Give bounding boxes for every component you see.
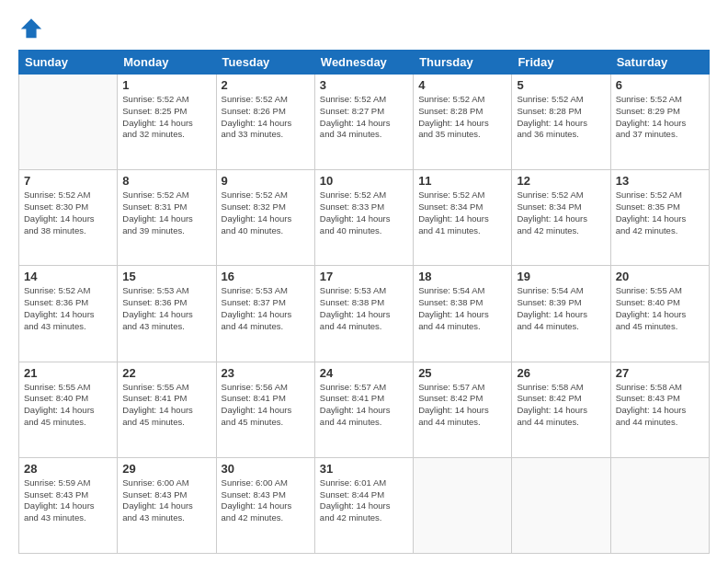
day-cell: 22Sunrise: 5:55 AM Sunset: 8:41 PM Dayli… bbox=[118, 362, 216, 457]
day-number: 12 bbox=[517, 174, 605, 188]
day-info: Sunrise: 5:52 AM Sunset: 8:35 PM Dayligh… bbox=[616, 190, 704, 236]
day-info: Sunrise: 5:52 AM Sunset: 8:36 PM Dayligh… bbox=[24, 285, 112, 332]
day-info: Sunrise: 5:53 AM Sunset: 8:36 PM Dayligh… bbox=[122, 285, 210, 332]
day-number: 25 bbox=[418, 366, 506, 380]
page: SundayMondayTuesdayWednesdayThursdayFrid… bbox=[0, 0, 728, 563]
day-cell: 1Sunrise: 5:52 AM Sunset: 8:25 PM Daylig… bbox=[118, 75, 216, 170]
day-cell: 3Sunrise: 5:52 AM Sunset: 8:27 PM Daylig… bbox=[314, 75, 413, 170]
day-info: Sunrise: 6:01 AM Sunset: 8:44 PM Dayligh… bbox=[320, 477, 408, 524]
day-info: Sunrise: 5:57 AM Sunset: 8:42 PM Dayligh… bbox=[418, 382, 506, 429]
day-number: 4 bbox=[418, 78, 506, 92]
day-number: 31 bbox=[320, 462, 408, 476]
day-cell: 2Sunrise: 5:52 AM Sunset: 8:26 PM Daylig… bbox=[216, 75, 314, 170]
header-cell-thursday: Thursday bbox=[414, 51, 512, 75]
week-row-4: 28Sunrise: 5:59 AM Sunset: 8:43 PM Dayli… bbox=[19, 457, 710, 553]
day-cell: 10Sunrise: 5:52 AM Sunset: 8:33 PM Dayli… bbox=[314, 170, 413, 266]
header-cell-sunday: Sunday bbox=[19, 51, 118, 75]
day-info: Sunrise: 5:52 AM Sunset: 8:30 PM Dayligh… bbox=[24, 190, 112, 236]
day-number: 26 bbox=[517, 366, 605, 380]
logo-icon bbox=[18, 15, 44, 40]
day-info: Sunrise: 5:54 AM Sunset: 8:39 PM Dayligh… bbox=[517, 285, 605, 332]
day-number: 7 bbox=[24, 174, 112, 188]
week-row-2: 14Sunrise: 5:52 AM Sunset: 8:36 PM Dayli… bbox=[19, 266, 710, 362]
header-cell-monday: Monday bbox=[118, 51, 216, 75]
week-row-1: 7Sunrise: 5:52 AM Sunset: 8:30 PM Daylig… bbox=[19, 170, 710, 266]
day-number: 23 bbox=[222, 366, 310, 380]
day-number: 24 bbox=[320, 366, 408, 380]
day-number: 5 bbox=[517, 78, 605, 92]
day-info: Sunrise: 5:52 AM Sunset: 8:34 PM Dayligh… bbox=[418, 190, 506, 236]
day-cell bbox=[512, 457, 610, 553]
day-cell bbox=[414, 457, 512, 553]
day-info: Sunrise: 5:52 AM Sunset: 8:26 PM Dayligh… bbox=[222, 94, 310, 141]
day-cell: 13Sunrise: 5:52 AM Sunset: 8:35 PM Dayli… bbox=[610, 170, 709, 266]
day-cell: 15Sunrise: 5:53 AM Sunset: 8:36 PM Dayli… bbox=[118, 266, 216, 362]
day-info: Sunrise: 5:55 AM Sunset: 8:40 PM Dayligh… bbox=[616, 285, 704, 332]
day-cell: 8Sunrise: 5:52 AM Sunset: 8:31 PM Daylig… bbox=[118, 170, 216, 266]
day-info: Sunrise: 5:52 AM Sunset: 8:28 PM Dayligh… bbox=[517, 94, 605, 141]
day-info: Sunrise: 5:52 AM Sunset: 8:28 PM Dayligh… bbox=[418, 94, 506, 141]
day-info: Sunrise: 5:53 AM Sunset: 8:37 PM Dayligh… bbox=[222, 285, 310, 332]
day-number: 14 bbox=[24, 270, 112, 283]
day-info: Sunrise: 5:55 AM Sunset: 8:41 PM Dayligh… bbox=[122, 382, 210, 429]
calendar-header: SundayMondayTuesdayWednesdayThursdayFrid… bbox=[19, 51, 710, 75]
day-cell: 12Sunrise: 5:52 AM Sunset: 8:34 PM Dayli… bbox=[512, 170, 610, 266]
day-number: 6 bbox=[616, 78, 704, 92]
day-info: Sunrise: 6:00 AM Sunset: 8:43 PM Dayligh… bbox=[122, 477, 210, 524]
day-number: 18 bbox=[418, 270, 506, 283]
svg-marker-1 bbox=[21, 18, 41, 38]
day-number: 3 bbox=[320, 78, 408, 92]
day-number: 21 bbox=[24, 366, 112, 380]
day-cell: 30Sunrise: 6:00 AM Sunset: 8:43 PM Dayli… bbox=[216, 457, 314, 553]
day-cell: 16Sunrise: 5:53 AM Sunset: 8:37 PM Dayli… bbox=[216, 266, 314, 362]
day-number: 28 bbox=[24, 462, 112, 476]
day-number: 1 bbox=[122, 78, 210, 92]
day-number: 27 bbox=[616, 366, 704, 380]
day-info: Sunrise: 5:52 AM Sunset: 8:25 PM Dayligh… bbox=[122, 94, 210, 141]
week-row-3: 21Sunrise: 5:55 AM Sunset: 8:40 PM Dayli… bbox=[19, 362, 710, 457]
day-number: 13 bbox=[616, 174, 704, 188]
day-cell: 19Sunrise: 5:54 AM Sunset: 8:39 PM Dayli… bbox=[512, 266, 610, 362]
day-cell: 28Sunrise: 5:59 AM Sunset: 8:43 PM Dayli… bbox=[19, 457, 118, 553]
day-cell: 25Sunrise: 5:57 AM Sunset: 8:42 PM Dayli… bbox=[414, 362, 512, 457]
day-cell: 5Sunrise: 5:52 AM Sunset: 8:28 PM Daylig… bbox=[512, 75, 610, 170]
header-cell-wednesday: Wednesday bbox=[314, 51, 413, 75]
day-number: 17 bbox=[320, 270, 408, 283]
day-number: 9 bbox=[222, 174, 310, 188]
calendar-body: 1Sunrise: 5:52 AM Sunset: 8:25 PM Daylig… bbox=[19, 75, 710, 554]
header-row: SundayMondayTuesdayWednesdayThursdayFrid… bbox=[19, 51, 710, 75]
day-number: 8 bbox=[122, 174, 210, 188]
header-cell-tuesday: Tuesday bbox=[216, 51, 314, 75]
day-number: 30 bbox=[222, 462, 310, 476]
day-info: Sunrise: 5:58 AM Sunset: 8:42 PM Dayligh… bbox=[517, 382, 605, 429]
day-cell: 29Sunrise: 6:00 AM Sunset: 8:43 PM Dayli… bbox=[118, 457, 216, 553]
day-info: Sunrise: 5:53 AM Sunset: 8:38 PM Dayligh… bbox=[320, 285, 408, 332]
day-cell bbox=[19, 75, 118, 170]
day-info: Sunrise: 5:56 AM Sunset: 8:41 PM Dayligh… bbox=[222, 382, 310, 429]
day-cell: 17Sunrise: 5:53 AM Sunset: 8:38 PM Dayli… bbox=[314, 266, 413, 362]
day-info: Sunrise: 5:52 AM Sunset: 8:29 PM Dayligh… bbox=[616, 94, 704, 141]
day-cell: 4Sunrise: 5:52 AM Sunset: 8:28 PM Daylig… bbox=[414, 75, 512, 170]
day-number: 19 bbox=[517, 270, 605, 283]
day-cell: 21Sunrise: 5:55 AM Sunset: 8:40 PM Dayli… bbox=[19, 362, 118, 457]
day-cell: 18Sunrise: 5:54 AM Sunset: 8:38 PM Dayli… bbox=[414, 266, 512, 362]
day-info: Sunrise: 5:52 AM Sunset: 8:31 PM Dayligh… bbox=[122, 190, 210, 236]
day-number: 10 bbox=[320, 174, 408, 188]
day-cell: 27Sunrise: 5:58 AM Sunset: 8:43 PM Dayli… bbox=[610, 362, 709, 457]
day-number: 22 bbox=[122, 366, 210, 380]
day-info: Sunrise: 5:52 AM Sunset: 8:34 PM Dayligh… bbox=[517, 190, 605, 236]
day-cell: 20Sunrise: 5:55 AM Sunset: 8:40 PM Dayli… bbox=[610, 266, 709, 362]
day-number: 2 bbox=[222, 78, 310, 92]
week-row-0: 1Sunrise: 5:52 AM Sunset: 8:25 PM Daylig… bbox=[19, 75, 710, 170]
day-cell: 14Sunrise: 5:52 AM Sunset: 8:36 PM Dayli… bbox=[19, 266, 118, 362]
day-cell bbox=[610, 457, 709, 553]
day-info: Sunrise: 5:55 AM Sunset: 8:40 PM Dayligh… bbox=[24, 382, 112, 429]
day-info: Sunrise: 5:54 AM Sunset: 8:38 PM Dayligh… bbox=[418, 285, 506, 332]
day-number: 16 bbox=[222, 270, 310, 283]
header bbox=[18, 15, 710, 40]
day-cell: 7Sunrise: 5:52 AM Sunset: 8:30 PM Daylig… bbox=[19, 170, 118, 266]
day-cell: 26Sunrise: 5:58 AM Sunset: 8:42 PM Dayli… bbox=[512, 362, 610, 457]
day-info: Sunrise: 6:00 AM Sunset: 8:43 PM Dayligh… bbox=[222, 477, 310, 524]
header-cell-friday: Friday bbox=[512, 51, 610, 75]
day-info: Sunrise: 5:59 AM Sunset: 8:43 PM Dayligh… bbox=[24, 477, 112, 524]
